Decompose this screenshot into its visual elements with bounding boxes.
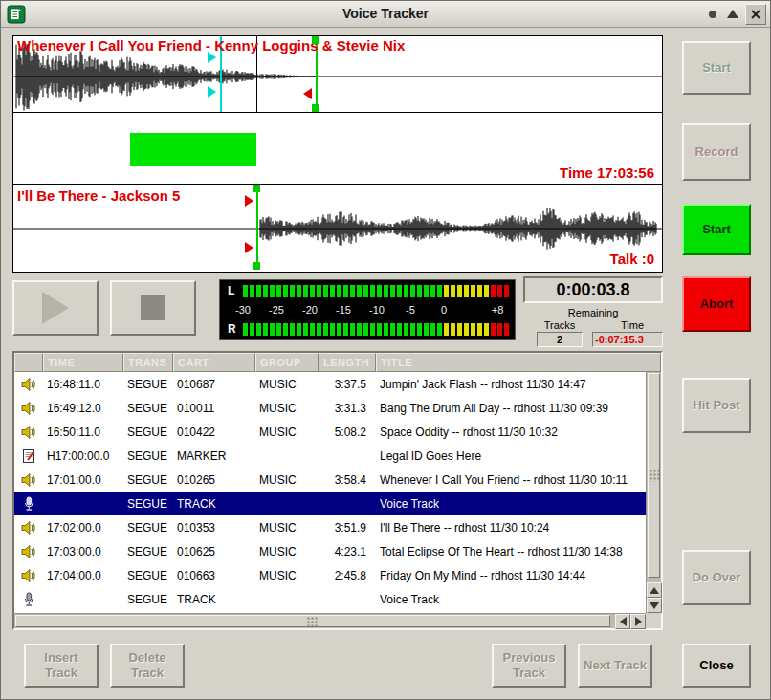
track1-strip[interactable]: Whenever I Call You Friend - Kenny Loggi… xyxy=(13,36,662,113)
close-icon xyxy=(750,9,761,20)
horizontal-scrollbar[interactable] xyxy=(14,613,646,628)
meter-segment xyxy=(390,285,395,297)
speaker-icon xyxy=(21,425,36,440)
record-button[interactable]: Record xyxy=(682,123,751,181)
meter-segment xyxy=(330,323,335,336)
meter-segment xyxy=(256,323,261,336)
row-icon-cell xyxy=(14,496,43,512)
row-title: Whenever I Call You Friend -- rdhost 11/… xyxy=(376,473,646,487)
start-next-button[interactable]: Start xyxy=(682,204,751,255)
delete-track-button[interactable]: Delete Track xyxy=(110,644,185,688)
meter-scale-label: -20 xyxy=(302,304,318,316)
row-cart: 010265 xyxy=(173,473,255,487)
vertical-scrollbar-thumb[interactable] xyxy=(648,373,660,578)
column-header-cart[interactable]: CART xyxy=(173,353,255,372)
row-icon-cell xyxy=(14,425,43,440)
voice-track-strip[interactable]: Time 17:03:56 xyxy=(13,113,662,185)
previous-track-button[interactable]: Previous Track xyxy=(492,644,566,688)
row-cart: 010663 xyxy=(173,569,255,582)
track2-start-handle-top[interactable] xyxy=(253,185,260,192)
log-row[interactable]: 17:03:00.0 SEGUE 010625 MUSIC 4:23.1 Tot… xyxy=(14,539,646,563)
scroll-left-button[interactable] xyxy=(615,614,630,629)
close-button[interactable]: Close xyxy=(682,644,751,688)
meter-segment xyxy=(343,323,348,336)
titlebar[interactable]: Voice Tracker xyxy=(1,1,770,28)
row-icon-cell xyxy=(14,448,43,464)
arrow-right-icon xyxy=(635,617,642,626)
column-header-icon[interactable] xyxy=(14,353,43,372)
insert-track-button[interactable]: Insert Track xyxy=(24,644,99,688)
meter-segment xyxy=(444,285,449,297)
next-track-button[interactable]: Next Track xyxy=(578,644,652,688)
segue-marker-handle-top[interactable] xyxy=(208,52,216,63)
start-previous-button[interactable]: Start xyxy=(682,41,751,95)
log-row[interactable]: 17:01:00.0 SEGUE 010265 MUSIC 3:58.4 Whe… xyxy=(14,468,646,492)
stop-icon xyxy=(141,295,165,320)
log-row[interactable]: H17:00:00.0 SEGUE MARKER Legal ID Goes H… xyxy=(14,444,646,468)
current-time-label: Time 17:03:56 xyxy=(560,164,654,181)
meter-segment xyxy=(451,285,455,297)
meter-segment xyxy=(276,285,281,297)
meter-segment xyxy=(243,285,248,297)
meter-segment xyxy=(363,323,368,336)
row-length: 3:31.3 xyxy=(319,402,376,415)
horizontal-scrollbar-thumb[interactable] xyxy=(15,615,610,627)
remaining-label: Remaining xyxy=(523,307,663,318)
row-group: MUSIC xyxy=(255,378,319,391)
track1-end-handle-top[interactable] xyxy=(312,36,319,44)
column-header-time[interactable]: TIME xyxy=(43,353,123,372)
meter-segment xyxy=(491,285,496,297)
log-row[interactable]: 17:04:00.0 SEGUE 010663 MUSIC 2:45.8 Fri… xyxy=(14,563,646,587)
pin-icon[interactable] xyxy=(709,11,716,18)
shade-icon[interactable] xyxy=(727,10,738,18)
fade-marker-icon[interactable] xyxy=(303,88,312,99)
talk-marker-top-icon[interactable] xyxy=(245,195,253,207)
play-button[interactable] xyxy=(12,280,99,336)
log-row[interactable]: 17:02:00.0 SEGUE 010353 MUSIC 3:51.9 I'l… xyxy=(14,515,646,539)
scroll-right-button[interactable] xyxy=(630,614,646,629)
column-header-group[interactable]: GROUP xyxy=(255,353,319,372)
log-row[interactable]: 16:50:11.0 SEGUE 010422 MUSIC 5:08.2 Spa… xyxy=(14,420,646,444)
row-time: H17:00:00.0 xyxy=(43,449,123,463)
track2-start-handle-bottom[interactable] xyxy=(253,262,260,270)
talk-marker-bottom-icon[interactable] xyxy=(245,242,253,253)
meter-segment xyxy=(283,323,288,336)
column-header-length[interactable]: LENGTH xyxy=(319,353,376,372)
log-row[interactable]: SEGUE TRACK Voice Track xyxy=(14,587,646,611)
meter-segment xyxy=(323,285,328,297)
track1-end-handle-bottom[interactable] xyxy=(312,104,319,112)
do-over-button[interactable]: Do Over xyxy=(682,550,751,605)
scroll-up-button[interactable] xyxy=(647,582,662,598)
column-header-trans[interactable]: TRANS xyxy=(123,353,173,372)
stop-button[interactable] xyxy=(110,280,196,336)
log-body: 16:48:11.0 SEGUE 010687 MUSIC 3:37.5 Jum… xyxy=(14,372,646,613)
row-time: 16:50:11.0 xyxy=(43,426,123,439)
scrollbar-corner xyxy=(646,613,661,628)
meter-segment xyxy=(384,323,388,336)
meter-left-bar xyxy=(243,285,511,297)
elapsed-time-display: 0:00:03.8 xyxy=(523,276,663,303)
log-row[interactable]: SEGUE TRACK Voice Track xyxy=(14,492,646,515)
scroll-down-button[interactable] xyxy=(647,598,662,613)
meter-segment xyxy=(417,323,422,336)
meter-scale-label: +8 xyxy=(492,304,504,316)
row-icon-cell xyxy=(14,568,43,583)
row-icon-cell xyxy=(14,472,43,488)
arrow-up-icon xyxy=(650,587,659,594)
window-close-button[interactable] xyxy=(745,4,766,25)
track2-start-marker-line[interactable] xyxy=(256,185,258,270)
vertical-scrollbar[interactable] xyxy=(646,372,661,613)
column-header-title[interactable]: TITLE xyxy=(376,353,661,372)
meter-segment xyxy=(303,323,308,336)
row-icon-cell xyxy=(14,377,43,392)
abort-button[interactable]: Abort xyxy=(682,276,751,332)
track2-strip[interactable]: I'll Be There - Jackson 5 Talk :0 xyxy=(13,185,662,270)
voice-tracker-window: { "window": { "title": "Voice Tracker" }… xyxy=(0,0,771,700)
log-row[interactable]: 16:48:11.0 SEGUE 010687 MUSIC 3:37.5 Jum… xyxy=(14,372,646,396)
segue-marker-handle-bottom[interactable] xyxy=(208,86,216,98)
log-row[interactable]: 16:49:12.0 SEGUE 010011 MUSIC 3:31.3 Ban… xyxy=(14,396,646,420)
voice-region[interactable] xyxy=(130,133,256,166)
hit-post-button[interactable]: Hit Post xyxy=(682,378,751,433)
arrow-left-icon xyxy=(620,617,627,626)
row-time: 16:49:12.0 xyxy=(43,402,123,415)
